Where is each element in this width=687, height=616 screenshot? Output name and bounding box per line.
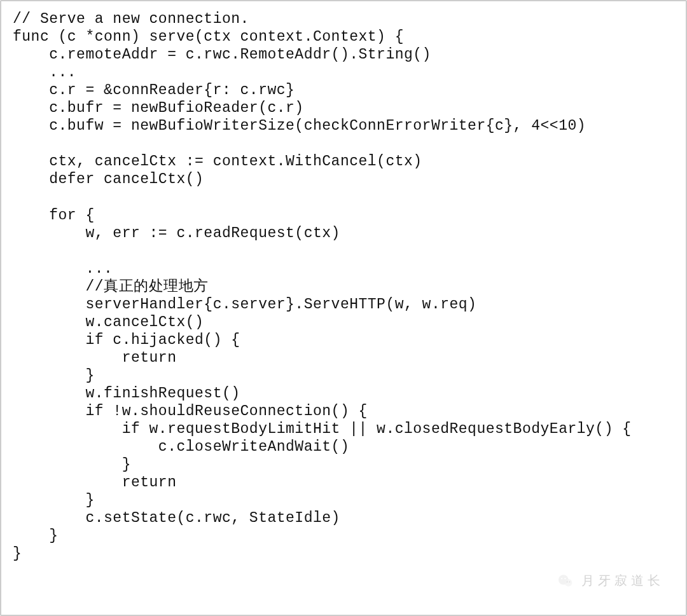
svg-point-3	[564, 577, 566, 578]
watermark: 月牙寂道长	[557, 572, 664, 589]
svg-point-4	[567, 581, 568, 582]
wechat-icon	[557, 573, 574, 589]
code-frame: // Serve a new connection. func (c *conn…	[0, 0, 687, 616]
svg-point-5	[569, 581, 571, 582]
svg-point-2	[561, 577, 562, 578]
code-block: // Serve a new connection. func (c *conn…	[13, 10, 674, 563]
watermark-text: 月牙寂道长	[581, 572, 664, 589]
svg-point-1	[565, 578, 572, 586]
